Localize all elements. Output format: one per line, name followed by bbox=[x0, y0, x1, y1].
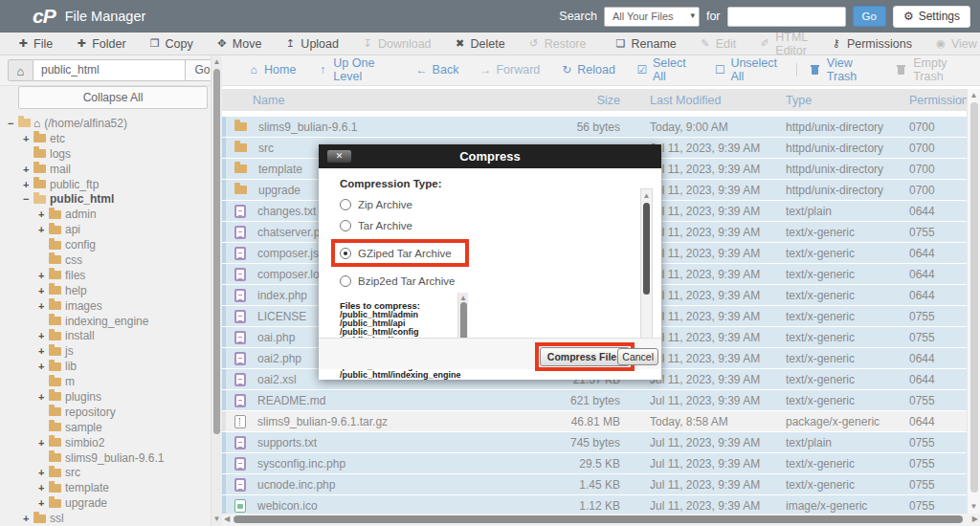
toolbar-move[interactable]: ✥Move bbox=[205, 33, 274, 55]
tree-template[interactable]: +⌂template bbox=[0, 480, 211, 495]
expander-icon[interactable]: − bbox=[8, 118, 18, 129]
file-name[interactable]: sysconfig.inc.php bbox=[246, 457, 538, 471]
column-header-type[interactable]: Type bbox=[781, 94, 904, 107]
expander-icon[interactable]: − bbox=[23, 193, 33, 205]
nav-home[interactable]: ⌂Home bbox=[237, 63, 306, 77]
file-name[interactable]: slims9_bulian-9.6.1.tar.gz bbox=[246, 415, 538, 428]
toolbar-folder[interactable]: ✚Folder bbox=[64, 33, 137, 55]
row-slims9_bulian-9.6.1[interactable]: slims9_bulian-9.6.1 56 bytes Today, 9:00… bbox=[222, 117, 967, 137]
nav-forward[interactable]: →Forward bbox=[469, 63, 550, 77]
toolbar-rename[interactable]: ❏Rename bbox=[604, 33, 688, 55]
toolbar-delete[interactable]: ✖Delete bbox=[443, 33, 517, 55]
compress-files-button[interactable]: Compress Files bbox=[540, 347, 630, 366]
tree-plugins[interactable]: +⌂plugins bbox=[0, 389, 211, 405]
settings-button[interactable]: ⚙Settings bbox=[893, 6, 970, 28]
collapse-all-button[interactable]: Collapse All bbox=[18, 86, 208, 109]
scrollbar-thumb[interactable] bbox=[643, 203, 650, 295]
option-zip-archive[interactable]: Zip Archive bbox=[340, 197, 426, 211]
tree-public-ftp[interactable]: +⌂public_ftp bbox=[0, 177, 211, 192]
tree-ssl[interactable]: +⌂ssl bbox=[0, 511, 211, 526]
tree-upgrade[interactable]: +⌂upgrade bbox=[0, 495, 211, 511]
tree-install[interactable]: +⌂install bbox=[0, 328, 211, 343]
expander-icon[interactable]: + bbox=[38, 208, 49, 220]
toolbar-view[interactable]: ◉View bbox=[924, 33, 980, 55]
expander-icon[interactable]: + bbox=[38, 270, 49, 281]
search-go-button[interactable]: Go bbox=[853, 6, 886, 27]
nav-unselect-all[interactable]: ☐Unselect All bbox=[703, 56, 793, 83]
option-tar-archive[interactable]: Tar Archive bbox=[340, 218, 426, 232]
expander-icon[interactable]: + bbox=[23, 513, 33, 524]
tree-files[interactable]: +⌂files bbox=[0, 268, 211, 283]
tree-js[interactable]: +⌂js bbox=[0, 343, 211, 359]
toolbar-html-editor[interactable]: ✐HTML Editor bbox=[747, 33, 819, 55]
scrollbar-thumb[interactable] bbox=[460, 302, 467, 342]
toolbar-copy[interactable]: ❐Copy bbox=[138, 33, 205, 55]
tree-images[interactable]: +⌂images bbox=[0, 298, 211, 314]
radio-icon[interactable] bbox=[340, 275, 351, 287]
row-slims9_bulian-9.6.1.tar.gz[interactable]: slims9_bulian-9.6.1.tar.gz 46.81 MB Toda… bbox=[222, 411, 967, 431]
tree-logs[interactable]: ⌂logs bbox=[0, 146, 211, 162]
tree-public-html[interactable]: −⌂public_html bbox=[0, 191, 211, 207]
cancel-button[interactable]: Cancel bbox=[617, 348, 658, 365]
scrollbar-thumb[interactable] bbox=[234, 515, 963, 523]
tree-home-alfina52[interactable]: −⌂(/home/alfina52) bbox=[0, 116, 211, 131]
tree-slims9-bulian[interactable]: ⌂slims9_bulian-9.6.1 bbox=[0, 450, 211, 466]
scroll-up-icon[interactable]: ▲ bbox=[641, 191, 652, 201]
tree-sample[interactable]: ⌂sample bbox=[0, 420, 211, 435]
scroll-left-icon[interactable]: ◀ bbox=[224, 515, 230, 523]
search-scope-select[interactable]: All Your Files bbox=[604, 7, 700, 27]
scroll-down-icon[interactable]: ▼ bbox=[212, 515, 222, 524]
nav-select-all[interactable]: ☑Select All bbox=[626, 56, 704, 83]
expander-icon[interactable]: + bbox=[38, 285, 49, 296]
file-name[interactable]: webicon.ico bbox=[246, 499, 538, 513]
search-input[interactable] bbox=[727, 7, 846, 27]
tree-admin[interactable]: +⌂admin bbox=[0, 207, 211, 222]
nav-view-trash[interactable]: View Trash bbox=[800, 56, 886, 83]
column-header-name[interactable]: Name bbox=[222, 94, 538, 107]
expander-icon[interactable]: + bbox=[38, 467, 49, 478]
row-sysconfig.inc.php[interactable]: sysconfig.inc.php 29.5 KB Jul 11, 2023, … bbox=[222, 453, 967, 473]
radio-icon[interactable] bbox=[340, 220, 351, 231]
scroll-right-icon[interactable]: ▶ bbox=[972, 515, 978, 523]
path-input[interactable] bbox=[33, 59, 186, 81]
row-supports.txt[interactable]: supports.txt 745 bytes Jul 11, 2023, 9:3… bbox=[222, 432, 967, 452]
toolbar-download[interactable]: ↧Download bbox=[350, 33, 443, 55]
file-name[interactable]: slims9_bulian-9.6.1 bbox=[247, 121, 538, 134]
tree-src[interactable]: +⌂src bbox=[0, 465, 211, 480]
horizontal-scrollbar[interactable]: ◀ ▶ bbox=[222, 514, 980, 526]
toolbar-file[interactable]: ✚File bbox=[6, 33, 64, 55]
scroll-up-icon[interactable]: ▲ bbox=[968, 91, 980, 100]
expander-icon[interactable]: + bbox=[38, 345, 49, 357]
nav-reload[interactable]: ↻Reload bbox=[550, 63, 626, 77]
tree-mail[interactable]: +⌂mail bbox=[0, 162, 211, 177]
row-webicon.ico[interactable]: webicon.ico 1.12 KB Jul 11, 2023, 9:39 A… bbox=[222, 495, 967, 515]
scroll-down-icon[interactable]: ▼ bbox=[968, 502, 980, 512]
nav-up-one-level[interactable]: ↑Up One Level bbox=[306, 56, 405, 83]
expander-icon[interactable]: + bbox=[23, 133, 33, 144]
close-icon[interactable]: ✕ bbox=[326, 149, 352, 164]
expander-icon[interactable]: + bbox=[38, 300, 49, 312]
scrollbar-thumb[interactable] bbox=[970, 102, 978, 493]
tree-api[interactable]: +⌂api bbox=[0, 222, 211, 237]
option-bzip2ed-tar-archive[interactable]: Bzip2ed Tar Archive bbox=[340, 274, 468, 288]
expander-icon[interactable]: + bbox=[23, 179, 33, 190]
file-name[interactable]: ucnode.inc.php bbox=[246, 478, 538, 492]
expander-icon[interactable]: + bbox=[38, 391, 49, 403]
tree-etc[interactable]: +⌂etc bbox=[0, 131, 211, 146]
expander-icon[interactable]: + bbox=[38, 361, 49, 372]
expander-icon[interactable]: + bbox=[38, 437, 49, 449]
row-README.md[interactable]: README.md 621 bytes Jul 11, 2023, 9:39 A… bbox=[222, 390, 967, 410]
tree-repository[interactable]: ⌂repository bbox=[0, 405, 211, 420]
dialog-scrollbar[interactable]: ▲ ▼ bbox=[640, 188, 653, 362]
nav-empty-trash[interactable]: Empty Trash bbox=[886, 56, 980, 83]
path-home-button[interactable]: ⌂ bbox=[8, 59, 33, 81]
tree-lib[interactable]: +⌂lib bbox=[0, 359, 211, 374]
option-gziped-tar-archive[interactable]: GZiped Tar Archive bbox=[331, 239, 469, 267]
tree-m[interactable]: ⌂m bbox=[0, 374, 211, 389]
toolbar-restore[interactable]: ↺Restore bbox=[517, 33, 598, 55]
toolbar-permissions[interactable]: ⚷Permissions bbox=[819, 33, 924, 55]
file-name[interactable]: README.md bbox=[246, 394, 538, 407]
sidebar-scrollbar[interactable]: ▲ ▼ bbox=[211, 55, 222, 526]
scroll-up-icon[interactable]: ▲ bbox=[212, 57, 222, 67]
toolbar-edit[interactable]: ✎Edit bbox=[688, 33, 748, 55]
